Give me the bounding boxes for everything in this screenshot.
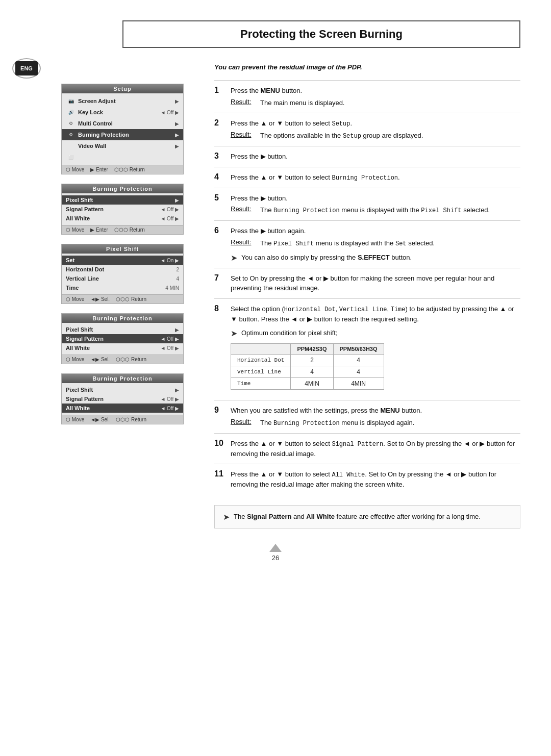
bp1-footer-move: ⬡ Move — [66, 227, 84, 233]
bp3-footer: ⬡ Move ◄▶ Sel. ⬡⬡⬡ Return — [62, 415, 183, 424]
menu-item-pip: ⬜ — [62, 152, 183, 163]
table-row-vertical: Vertical Line 4 4 — [231, 366, 384, 378]
step-1-content: Press the MENU button. Result: The main … — [231, 86, 520, 108]
step-1-text: Press the MENU button. — [231, 86, 520, 96]
bp1-signal-pattern: Signal Pattern ◄ Off ▶ — [62, 205, 183, 214]
ps-time: Time 4 MIN — [62, 283, 183, 292]
setup-menu-items: 📷 Screen Adjust ▶ 🔊 Key Lock ◄ Off ▶ ⚙ M… — [62, 93, 183, 165]
page-num-text: 26 — [272, 554, 279, 562]
bp3-items: Pixel Shift ▶ Signal Pattern ◄ Off ▶ All… — [62, 383, 183, 415]
step-9-result-row: Result: The Burning Protection menu is d… — [231, 418, 520, 428]
step-5: 5 Press the ▶ button. Result: The Burnin… — [214, 188, 520, 221]
step-4-text: Press the ▲ or ▼ button to select Burnin… — [231, 172, 520, 183]
step-1-result-row: Result: The main menu is displayed. — [231, 98, 520, 108]
bp2-signal-pattern: Signal Pattern ◄ Off ▶ — [62, 334, 183, 343]
step-10-text: Press the ▲ or ▼ button to select Signal… — [231, 439, 520, 459]
footer-return: ⬡⬡⬡ Return — [114, 167, 145, 172]
step-1-result-label: Result: — [231, 98, 256, 108]
menu-item-screen-adjust: 📷 Screen Adjust ▶ — [62, 95, 183, 107]
step-8-text: Select the option (Horizontal Dot, Verti… — [231, 304, 520, 324]
video-icon — [66, 142, 76, 150]
step-1-num: 1 — [214, 86, 224, 95]
menu-item-burning-protection: ⚙ Burning Protection ▶ — [62, 129, 183, 140]
step-4-content: Press the ▲ or ▼ button to select Burnin… — [231, 172, 520, 183]
step-9-text: When you are satisfied with the settings… — [231, 406, 520, 416]
bp3-signal-pattern: Signal Pattern ◄ Off ▶ — [62, 394, 183, 404]
step-7-content: Set to On by pressing the ◄ or ▶ button … — [231, 273, 520, 293]
step-6-result-text: The Pixel Shift menu is displayed with t… — [260, 238, 435, 248]
step-9: 9 When you are satisfied with the settin… — [214, 400, 520, 433]
burning-protection-title-1: Burning Protection — [62, 184, 183, 193]
step-8-note: ➤ Optimum condition for pixel shift; — [231, 328, 520, 338]
page-number: 26 — [31, 544, 520, 562]
bp3-title: Burning Protection — [62, 374, 183, 383]
step-1: 1 Press the MENU button. Result: The mai… — [214, 80, 520, 113]
ps-footer-move: ⬡ Move — [66, 296, 84, 302]
table-cell-time-ppm42: 4MIN — [291, 378, 333, 390]
bp3-footer-move: ⬡ Move — [66, 417, 84, 422]
pixel-shift-screen: Pixel Shift Set ◄ On ▶ Horizontal Dot 2 … — [61, 244, 184, 304]
two-col-layout: Setup 📷 Screen Adjust ▶ 🔊 Key Lock ◄ Off… — [61, 63, 520, 528]
bp1-footer-return: ⬡⬡⬡ Return — [114, 227, 145, 233]
table-cell-time-label: Time — [231, 378, 291, 390]
table-cell-horizontal-ppm50: 4 — [333, 355, 384, 366]
step-11: 11 Press the ▲ or ▼ button to select All… — [214, 464, 520, 495]
step-6: 6 Press the ▶ button again. Result: The … — [214, 220, 520, 268]
step-8: 8 Select the option (Horizontal Dot, Ver… — [214, 298, 520, 400]
step-8-content: Select the option (Horizontal Dot, Verti… — [231, 304, 520, 395]
step-8-note-text: Optimum condition for pixel shift; — [241, 328, 338, 338]
burning-protection-screen-2: Burning Protection Pixel Shift ▶ Signal … — [61, 313, 184, 364]
step-2-result-label: Result: — [231, 131, 256, 141]
step-5-result-row: Result: The Burning Protection menu is d… — [231, 205, 520, 215]
bp1-all-white: All White ◄ Off ▶ — [62, 214, 183, 223]
setup-icon-2: ⚙ — [66, 131, 76, 139]
step-6-content: Press the ▶ button again. Result: The Pi… — [231, 226, 520, 263]
step-9-content: When you are satisfied with the settings… — [231, 406, 520, 428]
bottom-note-text: The Signal Pattern and All White feature… — [234, 512, 481, 522]
page-title-box: Protecting the Screen Burning — [122, 20, 520, 48]
table-cell-vertical-label: Vertical Line — [231, 366, 291, 378]
step-9-num: 9 — [214, 406, 224, 415]
setup-menu-screen: Setup 📷 Screen Adjust ▶ 🔊 Key Lock ◄ Off… — [61, 84, 184, 174]
step-11-text: Press the ▲ or ▼ button to select All Wh… — [231, 469, 520, 490]
note-arrow-6: ➤ — [231, 253, 237, 263]
step-3-content: Press the ▶ button. — [231, 152, 520, 162]
step-11-num: 11 — [214, 469, 224, 478]
subtitle: You can prevent the residual image of th… — [214, 63, 520, 71]
step-5-content: Press the ▶ button. Result: The Burning … — [231, 193, 520, 216]
step-6-text: Press the ▶ button again. — [231, 226, 520, 236]
step-5-num: 5 — [214, 193, 224, 203]
bp3-pixel-shift: Pixel Shift ▶ — [62, 385, 183, 394]
table-cell-vertical-ppm42: 4 — [291, 366, 333, 378]
left-column: Setup 📷 Screen Adjust ▶ 🔊 Key Lock ◄ Off… — [61, 63, 199, 528]
ps-set: Set ◄ On ▶ — [62, 256, 183, 265]
step-10: 10 Press the ▲ or ▼ button to select Sig… — [214, 433, 520, 464]
table-header-ppm50: PPM50/63H3Q — [333, 344, 384, 355]
table-row-time: Time 4MIN 4MIN — [231, 378, 384, 390]
bp3-footer-return: ⬡⬡⬡ Return — [116, 417, 146, 422]
setup-menu-footer: ⬡ Move ▶ Enter ⬡⬡⬡ Return — [62, 165, 183, 174]
eng-badge: ENG — [15, 61, 38, 75]
table-header-ppm42: PPM42S3Q — [291, 344, 333, 355]
burning-protection-screen-3: Burning Protection Pixel Shift ▶ Signal … — [61, 373, 184, 424]
step-2-num: 2 — [214, 118, 224, 128]
ps-vertical-line: Vertical Line 4 — [62, 274, 183, 283]
bp1-footer: ⬡ Move ▶ Enter ⬡⬡⬡ Return — [62, 225, 183, 234]
step-1-result-text: The main menu is displayed. — [260, 98, 344, 108]
note-arrow-8: ➤ — [231, 329, 237, 338]
bp1-footer-enter: ▶ Enter — [90, 227, 108, 233]
footer-move: ⬡ Move — [66, 167, 84, 172]
right-column: You can prevent the residual image of th… — [214, 63, 520, 528]
bp2-items: Pixel Shift ▶ Signal Pattern ◄ Off ▶ All… — [62, 323, 183, 355]
table-row-horizontal: Horizontal Dot 2 4 — [231, 355, 384, 366]
ps-horizontal-dot: Horizontal Dot 2 — [62, 265, 183, 274]
step-3: 3 Press the ▶ button. — [214, 146, 520, 167]
burning-protection-screen-1: Burning Protection Pixel Shift ▶ Signal … — [61, 184, 184, 235]
bp2-footer-return: ⬡⬡⬡ Return — [116, 357, 146, 362]
ps-footer-sel: ◄▶ Sel. — [90, 296, 110, 302]
step-7: 7 Set to On by pressing the ◄ or ▶ butto… — [214, 268, 520, 298]
step-8-num: 8 — [214, 304, 224, 313]
page-container: ENG Protecting the Screen Burning Setup … — [0, 0, 551, 756]
sound-icon: 🔊 — [66, 108, 76, 116]
step-11-content: Press the ▲ or ▼ button to select All Wh… — [231, 469, 520, 490]
